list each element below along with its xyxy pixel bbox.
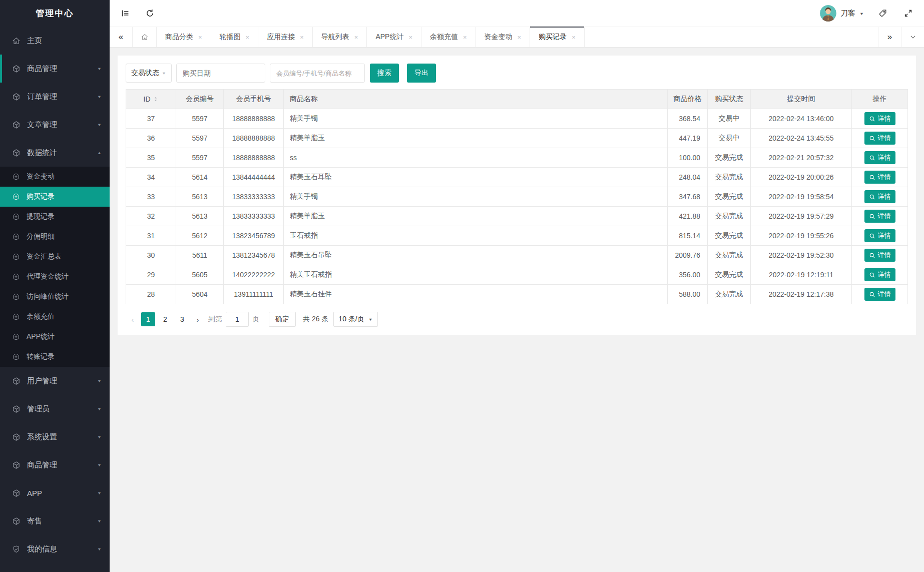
sidebar-item-label: 文章管理 — [27, 120, 57, 130]
sort-icon[interactable] — [153, 96, 159, 102]
tab-purchase-records[interactable]: 购买记录 × — [530, 27, 585, 47]
cell-phone: 18888888888 — [224, 129, 284, 148]
table-row: 31 5612 13823456789 玉石戒指 815.14 交易完成 202… — [126, 226, 908, 246]
next-page-button[interactable]: › — [191, 312, 205, 327]
page-button-3[interactable]: 3 — [175, 312, 189, 326]
sidebar-item-consignment[interactable]: 寄售 ▼ — [0, 507, 110, 535]
tabs-scroll-right-button[interactable]: » — [878, 27, 901, 47]
tab-fund-changes[interactable]: 资金变动 × — [476, 27, 531, 47]
filter-bar: 交易状态 ▼ 搜索 导出 — [126, 64, 908, 83]
confirm-button[interactable]: 确定 — [269, 312, 296, 327]
sidebar-item-order-management[interactable]: 订单管理 ▼ — [0, 83, 110, 111]
detail-button[interactable]: 详情 — [864, 132, 895, 145]
detail-button[interactable]: 详情 — [864, 249, 895, 262]
sidebar: 管理中心 主页 商品管理 ▼ 订单管理 ▼ 文章管理 ▼ — [0, 0, 110, 572]
trade-status-select[interactable]: 交易状态 ▼ — [126, 64, 172, 83]
detail-button[interactable]: 详情 — [864, 210, 895, 223]
close-icon[interactable]: × — [408, 34, 412, 41]
page-button-2[interactable]: 2 — [158, 312, 172, 326]
sidebar-item-label: 代理资金统计 — [27, 272, 69, 281]
sidebar-item-balance-recharge[interactable]: 余额充值 — [0, 307, 110, 327]
sidebar-item-my-info[interactable]: 我的信息 ▼ — [0, 535, 110, 563]
active-accent-bar — [0, 55, 2, 83]
prev-page-button[interactable]: ‹ — [126, 312, 140, 327]
search-button[interactable]: 搜索 — [370, 64, 399, 83]
purchase-date-input[interactable] — [176, 64, 265, 83]
tag-icon[interactable] — [878, 9, 887, 18]
tab-balance-recharge[interactable]: 余额充值 × — [421, 27, 476, 47]
sidebar-item-app[interactable]: APP ▼ — [0, 479, 110, 507]
tab-label: 余额充值 — [430, 33, 458, 42]
cell-id: 28 — [126, 285, 176, 304]
sidebar-item-agent-fund-stats[interactable]: 代理资金统计 — [0, 267, 110, 287]
cell-member-no: 5597 — [176, 129, 224, 148]
sidebar-item-purchase-records[interactable]: 购买记录 — [0, 187, 110, 207]
detail-button[interactable]: 详情 — [864, 288, 895, 301]
cell-status: 交易完成 — [708, 246, 751, 265]
sidebar-item-user-management[interactable]: 用户管理 ▼ — [0, 367, 110, 395]
sidebar-item-fund-summary[interactable]: 资金汇总表 — [0, 247, 110, 267]
home-icon — [12, 37, 21, 45]
sidebar-item-label: 分佣明细 — [27, 232, 55, 241]
sidebar-item-goods-management-2[interactable]: 商品管理 ▼ — [0, 451, 110, 479]
cube-icon — [12, 93, 21, 101]
fullscreen-icon[interactable] — [903, 9, 913, 18]
close-icon[interactable]: × — [572, 34, 576, 41]
tab-label: 商品分类 — [165, 33, 193, 42]
tab-goods-category[interactable]: 商品分类 × — [157, 27, 211, 47]
cell-status: 交易中 — [708, 109, 751, 129]
cell-phone: 14022222222 — [224, 265, 284, 285]
cell-product: 精美手镯 — [284, 187, 668, 207]
tabs-menu-button[interactable] — [901, 27, 924, 47]
sidebar-item-label: 购买记录 — [27, 192, 55, 201]
cell-member-no: 5611 — [176, 246, 224, 265]
detail-button[interactable]: 详情 — [864, 268, 895, 281]
refresh-icon[interactable] — [145, 9, 155, 18]
cell-time: 2022-02-19 20:00:26 — [751, 168, 852, 187]
page-size-select[interactable]: 10 条/页 ▼ — [333, 312, 377, 327]
export-button[interactable]: 导出 — [407, 64, 436, 83]
table-row: 28 5604 13911111111 精美玉石挂件 588.00 交易完成 2… — [126, 285, 908, 304]
sidebar-item-home[interactable]: 主页 — [0, 27, 110, 55]
close-icon[interactable]: × — [198, 34, 202, 41]
header-id[interactable]: ID — [126, 90, 176, 109]
cell-product: 精美玉石挂件 — [284, 285, 668, 304]
header-time: 提交时间 — [751, 90, 852, 109]
page-button-1[interactable]: 1 — [141, 312, 155, 326]
user-menu[interactable]: 刀客 ▼ — [820, 5, 864, 22]
detail-button[interactable]: 详情 — [864, 171, 895, 184]
collapse-menu-icon[interactable] — [121, 9, 130, 18]
detail-button[interactable]: 详情 — [864, 190, 895, 203]
close-icon[interactable]: × — [463, 34, 467, 41]
cell-price: 368.54 — [668, 109, 708, 129]
sidebar-item-withdrawal-records[interactable]: 提现记录 — [0, 207, 110, 227]
close-icon[interactable]: × — [518, 34, 522, 41]
sidebar-item-article-management[interactable]: 文章管理 ▼ — [0, 111, 110, 139]
close-icon[interactable]: × — [246, 34, 250, 41]
sidebar-item-transfer-records[interactable]: 转账记录 — [0, 347, 110, 367]
close-icon[interactable]: × — [300, 34, 304, 41]
tab-carousel[interactable]: 轮播图 × — [211, 27, 259, 47]
detail-button[interactable]: 详情 — [864, 229, 895, 242]
tab-app-links[interactable]: 应用连接 × — [258, 27, 313, 47]
sidebar-item-commission-details[interactable]: 分佣明细 — [0, 227, 110, 247]
cube-icon — [12, 377, 21, 385]
sidebar-item-administrators[interactable]: 管理员 ▼ — [0, 395, 110, 423]
tabs-scroll-left-button[interactable]: « — [110, 27, 133, 47]
sidebar-item-fund-changes[interactable]: 资金变动 — [0, 167, 110, 187]
sidebar-item-system-settings[interactable]: 系统设置 ▼ — [0, 423, 110, 451]
sidebar-item-goods-management[interactable]: 商品管理 ▼ — [0, 55, 110, 83]
search-input[interactable] — [270, 64, 365, 83]
sidebar-item-peak-visit-stats[interactable]: 访问峰值统计 — [0, 287, 110, 307]
goto-page-input[interactable] — [226, 312, 249, 327]
tab-home[interactable] — [133, 27, 157, 47]
chevron-down-icon: ▼ — [97, 519, 102, 523]
detail-button[interactable]: 详情 — [864, 112, 895, 125]
cell-product: 精美羊脂玉 — [284, 129, 668, 148]
detail-button[interactable]: 详情 — [864, 151, 895, 164]
sidebar-item-app-stats[interactable]: APP统计 — [0, 327, 110, 347]
close-icon[interactable]: × — [354, 34, 358, 41]
tab-nav-list[interactable]: 导航列表 × — [313, 27, 367, 47]
sidebar-item-data-statistics[interactable]: 数据统计 ▲ — [0, 139, 110, 167]
tab-app-stats[interactable]: APP统计 × — [367, 27, 421, 47]
